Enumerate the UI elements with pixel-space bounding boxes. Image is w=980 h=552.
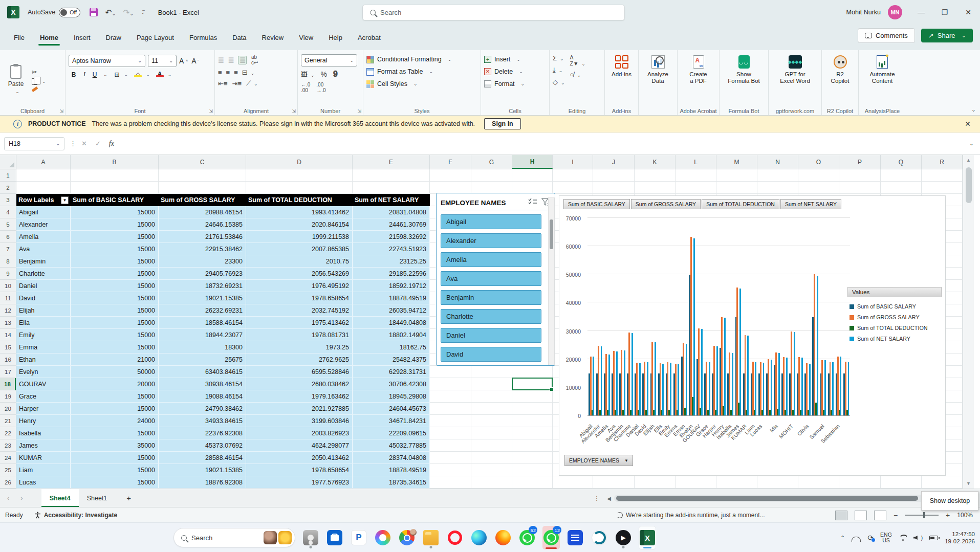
- net-salary-cell[interactable]: 26035.94712: [353, 304, 430, 316]
- clipboard-dialog-launcher[interactable]: ⇲: [59, 108, 63, 114]
- taskbar-store-app[interactable]: [326, 526, 343, 549]
- font-color-button[interactable]: A: [156, 72, 164, 77]
- bar[interactable]: [686, 344, 687, 415]
- net-salary-cell[interactable]: 34671.84231: [353, 415, 430, 427]
- bar-group-Ava[interactable]: [611, 218, 618, 415]
- column-header-E[interactable]: E: [353, 155, 430, 169]
- basic-salary-cell[interactable]: 50000: [71, 366, 159, 378]
- net-salary-cell[interactable]: 18162.75: [353, 341, 430, 353]
- basic-salary-cell[interactable]: 15000: [71, 452, 159, 463]
- scroll-left-icon[interactable]: ◀: [607, 496, 611, 501]
- multi-select-icon[interactable]: [528, 198, 537, 208]
- bar[interactable]: [624, 350, 625, 415]
- net-salary-cell[interactable]: 18945.29808: [353, 390, 430, 402]
- column-header-O[interactable]: O: [798, 155, 839, 169]
- bar[interactable]: [814, 274, 815, 415]
- zoom-in-button[interactable]: +: [946, 511, 950, 519]
- taskbar-search[interactable]: Search: [173, 528, 295, 547]
- gross-salary-cell[interactable]: 45373.07692: [159, 439, 246, 451]
- employee-names-axis-button[interactable]: EMPLOYEE NAMES▼: [564, 455, 633, 466]
- net-salary-cell[interactable]: 18878.49519: [353, 292, 430, 304]
- bar[interactable]: [651, 342, 653, 415]
- bar-group-col-32[interactable]: [827, 218, 835, 415]
- expand-formula-bar-icon[interactable]: ⌄: [969, 140, 974, 147]
- bar[interactable]: [768, 359, 769, 415]
- bar-group-Elijah[interactable]: [649, 218, 657, 415]
- pivot-table-row[interactable]: Charlotte 15000 29405.76923 2056.543269 …: [16, 268, 430, 280]
- column-header-D[interactable]: D: [246, 155, 353, 169]
- basic-salary-cell[interactable]: 15000: [71, 231, 159, 242]
- basic-salary-cell[interactable]: 20000: [71, 378, 159, 390]
- row-header-12[interactable]: 12: [0, 304, 16, 317]
- total-deduction-cell[interactable]: 2003.826923: [246, 427, 353, 439]
- scroll-down-icon[interactable]: ▼: [963, 478, 974, 489]
- column-header-A[interactable]: A: [16, 155, 71, 169]
- net-salary-cell[interactable]: 22743.51923: [353, 243, 430, 255]
- zoom-slider-thumb[interactable]: [923, 512, 925, 518]
- column-header-C[interactable]: C: [159, 155, 246, 169]
- row-header-16[interactable]: 16: [0, 354, 16, 366]
- pivot-table-row[interactable]: Ava 15000 22915.38462 2007.865385 22743.…: [16, 243, 430, 255]
- gross-salary-cell[interactable]: 22915.38462: [159, 243, 246, 255]
- undo-button[interactable]: ↶⌄: [105, 8, 116, 17]
- net-salary-cell[interactable]: 62928.31731: [353, 366, 430, 378]
- bar[interactable]: [771, 360, 772, 415]
- middle-align-button[interactable]: ☰: [228, 56, 234, 64]
- user-name[interactable]: Mohit Nurku: [846, 9, 881, 16]
- bar[interactable]: [783, 357, 785, 415]
- decrease-font-button[interactable]: Aˇ: [191, 57, 199, 65]
- bar[interactable]: [662, 364, 664, 415]
- sort-filter-button[interactable]: AZ▼⌄: [570, 54, 585, 67]
- ribbon-tab-home[interactable]: Home: [33, 30, 65, 46]
- total-deduction-cell[interactable]: 2021.927885: [246, 403, 353, 414]
- pivot-table-row[interactable]: Henry 24000 34933.84615 3199.603846 3467…: [16, 415, 430, 427]
- format-as-table-button[interactable]: Format as Table⌄: [366, 65, 477, 78]
- bar[interactable]: [801, 358, 803, 415]
- row-header-6[interactable]: 6: [0, 231, 16, 243]
- total-deduction-cell[interactable]: 1973.25: [246, 341, 353, 353]
- row-header-5[interactable]: 5: [0, 218, 16, 231]
- column-header-K[interactable]: K: [635, 155, 676, 169]
- bar-group-Charlotte[interactable]: [626, 218, 634, 415]
- row-header-1[interactable]: 1: [0, 169, 16, 182]
- tray-overflow-icon[interactable]: ⌃: [840, 535, 845, 541]
- sheet-tab-sheet4[interactable]: Sheet4: [41, 489, 79, 507]
- avatar[interactable]: MN: [888, 5, 902, 19]
- gross-salary-cell[interactable]: 19021.15385: [159, 292, 246, 304]
- analyze-data-button[interactable]: AnalyzeData: [642, 53, 674, 84]
- bar-group-Alexander[interactable]: [595, 218, 603, 415]
- employee-name-cell[interactable]: Ava: [16, 243, 71, 255]
- bottom-align-button[interactable]: ☰: [238, 56, 247, 64]
- gross-salary-cell[interactable]: 29405.76923: [159, 268, 246, 279]
- taskbar-media-app[interactable]: [591, 526, 608, 549]
- clock[interactable]: 12:47:5019-02-2026: [945, 531, 975, 545]
- bar[interactable]: [845, 362, 846, 415]
- bar[interactable]: [824, 360, 826, 415]
- search-highlight-icon[interactable]: [278, 531, 292, 544]
- total-deduction-cell[interactable]: 1978.658654: [246, 292, 353, 304]
- row-header-7[interactable]: 7: [0, 243, 16, 255]
- employee-name-cell[interactable]: Ella: [16, 317, 71, 328]
- gross-salary-cell[interactable]: 24790.38462: [159, 403, 246, 414]
- slicer-scroll-thumb[interactable]: [550, 219, 553, 249]
- bar[interactable]: [698, 328, 700, 415]
- pivot-table-row[interactable]: David 15000 19021.15385 1978.658654 1887…: [16, 292, 430, 304]
- column-header-M[interactable]: M: [716, 155, 757, 169]
- bar-group-col-24[interactable]: [765, 218, 773, 415]
- row-header-3[interactable]: 3: [0, 194, 16, 206]
- pivot-table-row[interactable]: James 35000 45373.07692 4624.298077 4503…: [16, 439, 430, 452]
- slicer-item[interactable]: Alexander: [441, 233, 541, 248]
- pivot-table-row[interactable]: GOURAV 20000 30938.46154 2680.038462 307…: [16, 378, 430, 390]
- gpt-excel-word-button[interactable]: ◆◆◆◆ GPT forExcel Word: [772, 53, 818, 84]
- bar[interactable]: [736, 288, 738, 415]
- row-header-19[interactable]: 19: [0, 390, 16, 403]
- sign-in-button[interactable]: Sign In: [484, 118, 521, 129]
- bar-group-GOURAV[interactable]: [695, 218, 703, 415]
- total-deduction-cell[interactable]: 6595.528846: [246, 366, 353, 378]
- gross-salary-cell[interactable]: 18588.46154: [159, 317, 246, 328]
- show-formula-bot-button[interactable]: ◡◡ ShowFormula Bot: [723, 53, 765, 84]
- bar[interactable]: [693, 238, 695, 415]
- basic-salary-cell[interactable]: 15000: [71, 255, 159, 267]
- column-header-Q[interactable]: Q: [881, 155, 922, 169]
- bar[interactable]: [601, 346, 602, 415]
